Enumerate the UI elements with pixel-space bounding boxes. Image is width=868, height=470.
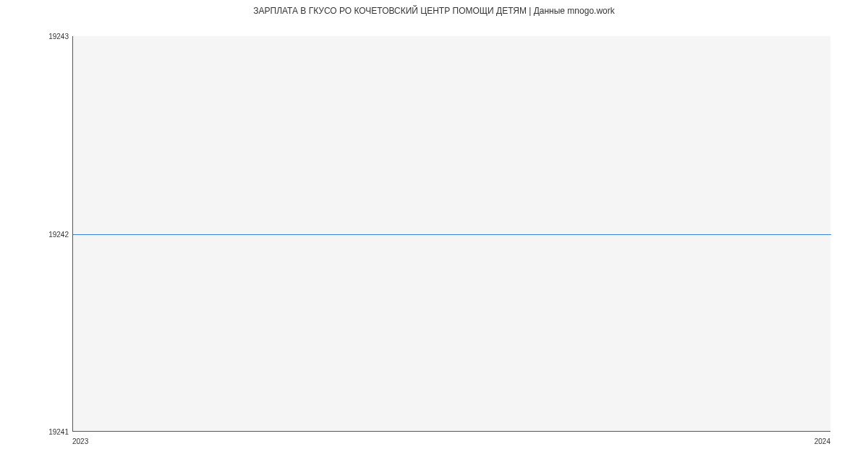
y-tick-19243: 19243: [48, 33, 69, 40]
y-tick-19241: 19241: [48, 428, 69, 436]
x-tick-2024: 2024: [814, 437, 830, 445]
chart-title: ЗАРПЛАТА В ГКУСО РО КОЧЕТОВСКИЙ ЦЕНТР ПО…: [0, 6, 868, 16]
data-line: [73, 234, 831, 235]
y-tick-19242: 19242: [48, 230, 69, 238]
plot-area: [72, 36, 830, 432]
x-tick-2023: 2023: [72, 437, 88, 445]
